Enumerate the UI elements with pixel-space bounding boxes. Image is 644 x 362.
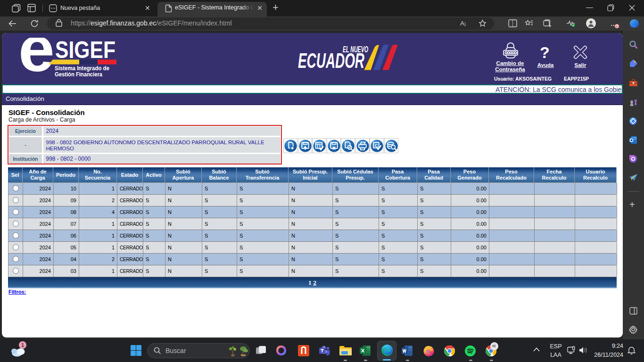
svg-text:Gestión Financiera: Gestión Financiera [55,71,103,78]
svg-text:C: C [374,142,378,148]
svg-text:ECUADOR: ECUADOR [298,49,364,71]
svg-text:e: e [18,38,55,82]
svg-text:SIGEF: SIGEF [55,38,116,63]
